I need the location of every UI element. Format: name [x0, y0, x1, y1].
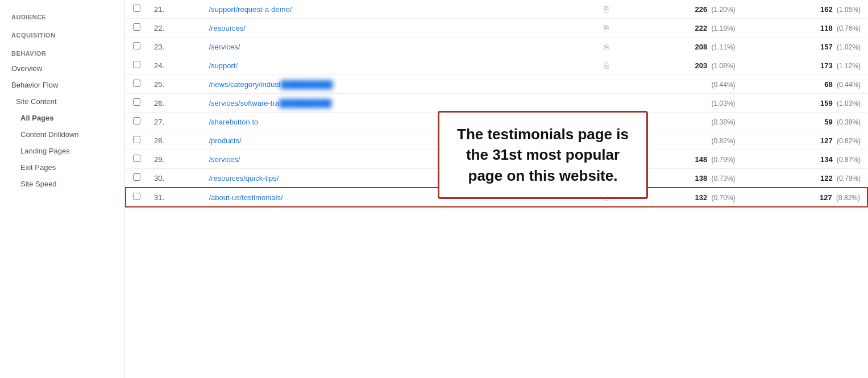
row-unique-pageviews: 127 (0.82%): [742, 131, 867, 150]
row-checkbox[interactable]: [133, 5, 140, 12]
sidebar-item-exit-pages[interactable]: Exit Pages: [0, 159, 124, 176]
row-checkbox[interactable]: [133, 98, 140, 106]
table-row: 26./services/software-tra██████████ (1.0…: [126, 94, 867, 113]
pageviews-pct: (0.82%): [712, 137, 736, 145]
unique-pageviews-value: 127: [820, 193, 832, 202]
unique-pageviews-value: 134: [820, 155, 833, 164]
unique-pageviews-pct: (0.76%): [835, 24, 861, 32]
copy-icon[interactable]: ⎘: [600, 61, 612, 70]
unique-pageviews-pct: (1.05%): [835, 6, 861, 14]
sidebar-item-behavior-flow[interactable]: Behavior Flow: [0, 77, 124, 93]
unique-pageviews-pct: (1.03%): [835, 99, 861, 107]
sidebar-item-all-pages[interactable]: All Pages: [0, 110, 124, 126]
row-unique-pageviews: 59 (0.38%): [742, 113, 867, 131]
row-checkbox[interactable]: [133, 173, 140, 181]
row-pageviews: 226 (1.20%): [618, 0, 742, 19]
row-url[interactable]: /services/: [202, 38, 593, 56]
unique-pageviews-value: 157: [820, 43, 833, 51]
unique-pageviews-pct: (0.79%): [835, 175, 861, 182]
pageviews-pct: (0.73%): [709, 175, 735, 182]
table-row: 25./news/category/indust██████████ (0.44…: [126, 75, 867, 94]
unique-pageviews-value: 118: [820, 24, 833, 32]
row-url[interactable]: /news/category/indust██████████: [202, 75, 593, 94]
unique-pageviews-value: 59: [824, 118, 832, 126]
pageviews-pct: (1.11%): [709, 43, 735, 51]
row-number: 26.: [147, 94, 202, 113]
sidebar-section-audience: AUDIENCE: [0, 6, 124, 24]
pageviews-value: 222: [695, 24, 708, 32]
row-checkbox[interactable]: [133, 61, 140, 68]
row-checkbox[interactable]: [133, 117, 140, 124]
row-checkbox-cell: [126, 56, 147, 75]
copy-icon-cell: ⎘: [593, 19, 618, 38]
unique-pageviews-pct: (0.44%): [835, 81, 861, 89]
row-number: 25.: [147, 75, 202, 94]
unique-pageviews-value: 173: [820, 61, 833, 70]
sidebar-header-audience: AUDIENCE: [0, 6, 124, 24]
row-checkbox[interactable]: [133, 193, 140, 200]
unique-pageviews-value: 159: [820, 99, 833, 107]
row-checkbox[interactable]: [133, 80, 140, 87]
row-unique-pageviews: 173 (1.12%): [742, 56, 867, 75]
row-number: 27.: [147, 113, 202, 131]
row-number: 22.: [147, 19, 202, 38]
row-checkbox-cell: [126, 188, 147, 207]
copy-icon[interactable]: ⎘: [600, 23, 612, 32]
row-unique-pageviews: 162 (1.05%): [742, 0, 867, 19]
sidebar-item-content-drilldown[interactable]: Content Drilldown: [0, 126, 124, 143]
sidebar-item-site-content[interactable]: Site Content: [0, 93, 124, 110]
row-number: 29.: [147, 150, 202, 169]
pageviews-pct: (1.20%): [709, 6, 735, 14]
table-row: 22./resources/⎘222 (1.18%)118 (0.76%): [126, 19, 867, 38]
row-url[interactable]: /support/request-a-demo/: [202, 0, 593, 19]
pageviews-pct: (0.44%): [712, 81, 736, 89]
row-pageviews: 203 (1.08%): [618, 56, 742, 75]
row-number: 23.: [147, 38, 202, 56]
row-pageviews: (1.03%): [618, 94, 742, 113]
copy-icon-cell: ⎘: [593, 56, 618, 75]
unique-pageviews-value: 162: [820, 5, 833, 14]
unique-pageviews-pct: (0.38%): [835, 118, 861, 126]
row-url[interactable]: /support/: [202, 56, 593, 75]
copy-icon[interactable]: ⎘: [600, 5, 612, 14]
row-number: 24.: [147, 56, 202, 75]
row-checkbox[interactable]: [133, 23, 140, 31]
table-row: 21./support/request-a-demo/⎘226 (1.20%)1…: [126, 0, 867, 19]
unique-pageviews-pct: (0.82%): [835, 137, 861, 145]
row-url[interactable]: /services/software-tra██████████: [202, 94, 593, 113]
row-checkbox-cell: [126, 150, 147, 169]
pageviews-pct: (1.03%): [712, 99, 736, 107]
unique-pageviews-pct: (0.82%): [834, 194, 860, 202]
row-number: 21.: [147, 0, 202, 19]
pageviews-value: 226: [695, 5, 708, 14]
unique-pageviews-value: 127: [820, 136, 833, 145]
copy-icon-cell: ⎘: [593, 0, 618, 19]
sidebar-item-landing-pages[interactable]: Landing Pages: [0, 143, 124, 159]
copy-icon[interactable]: ⎘: [600, 42, 612, 51]
sidebar-item-overview[interactable]: Overview: [0, 60, 124, 77]
row-url[interactable]: /resources/: [202, 19, 593, 38]
row-unique-pageviews: 118 (0.76%): [742, 19, 867, 38]
unique-pageviews-pct: (1.02%): [835, 43, 861, 51]
sidebar-header-acquisition: ACQUISITION: [0, 24, 124, 42]
sidebar-item-site-speed[interactable]: Site Speed: [0, 176, 124, 192]
row-checkbox-cell: [126, 19, 147, 38]
row-checkbox[interactable]: [133, 155, 140, 162]
unique-pageviews-value: 122: [820, 174, 833, 182]
row-checkbox[interactable]: [133, 136, 140, 143]
row-checkbox[interactable]: [133, 42, 140, 49]
unique-pageviews-value: 68: [824, 80, 832, 89]
row-unique-pageviews: 127 (0.82%): [742, 188, 867, 207]
row-number: 30.: [147, 169, 202, 188]
pageviews-value: 203: [695, 61, 708, 70]
row-unique-pageviews: 134 (0.87%): [742, 150, 867, 169]
pageviews-pct: (0.38%): [712, 118, 736, 126]
row-checkbox-cell: [126, 113, 147, 131]
row-unique-pageviews: 122 (0.79%): [742, 169, 867, 188]
pageviews-value: 148: [695, 155, 708, 164]
table-row: 24./support/⎘203 (1.08%)173 (1.12%): [126, 56, 867, 75]
pageviews-value: 132: [695, 193, 708, 202]
sidebar-header-behavior: BEHAVIOR: [0, 42, 124, 60]
row-pageviews: 222 (1.18%): [618, 19, 742, 38]
pageviews-value: 138: [695, 174, 708, 182]
